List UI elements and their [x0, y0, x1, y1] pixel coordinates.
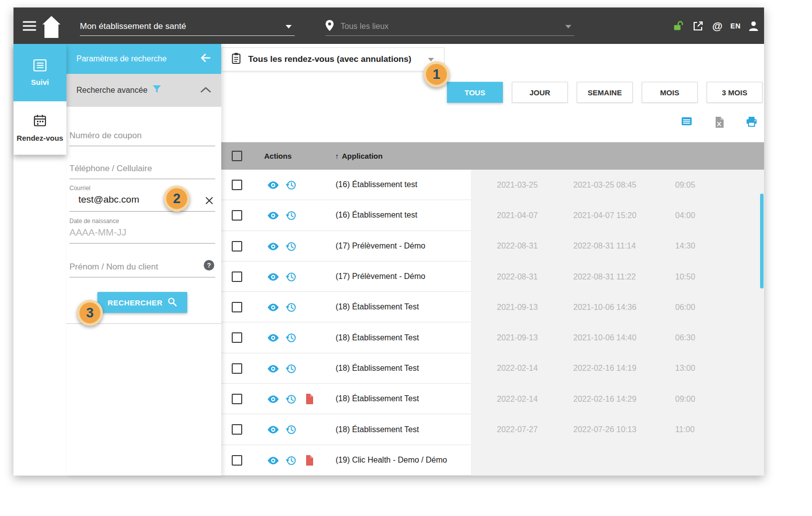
row-checkbox[interactable]: [232, 210, 242, 221]
nav-item-suivi[interactable]: Suivi: [13, 44, 66, 101]
row-checkbox[interactable]: [232, 332, 242, 343]
excel-export-icon[interactable]: [715, 117, 724, 130]
view-appointment-icon[interactable]: [267, 395, 279, 405]
history-icon[interactable]: [286, 332, 297, 345]
help-icon[interactable]: ?: [204, 260, 214, 270]
birthdate-field: Date de naissance: [69, 218, 215, 244]
select-all-checkbox[interactable]: [232, 151, 242, 161]
cell-duration: 04:00: [675, 211, 695, 220]
view-appointment-icon[interactable]: [267, 426, 279, 436]
view-appointment-icon[interactable]: [267, 273, 279, 283]
print-icon[interactable]: [746, 117, 757, 130]
row-checkbox[interactable]: [232, 241, 242, 252]
range-button-jour[interactable]: JOUR: [512, 82, 568, 103]
cell-duration: 06:00: [675, 303, 695, 312]
clear-email-icon[interactable]: [204, 196, 214, 208]
user-account-icon[interactable]: [747, 19, 760, 32]
history-icon[interactable]: [286, 302, 297, 315]
birthdate-label: Date de naissance: [69, 218, 215, 225]
language-toggle[interactable]: EN: [731, 22, 741, 30]
range-button-mois[interactable]: MOIS: [642, 82, 698, 103]
search-button[interactable]: RECHERCHER: [97, 292, 187, 313]
history-icon[interactable]: [286, 180, 297, 193]
overlay-row: 2022-08-31 2022-08-31 11:22 10:50: [471, 261, 764, 292]
establishment-select[interactable]: Mon établissement de santé: [80, 17, 295, 36]
history-icon[interactable]: [286, 455, 297, 468]
coupon-input[interactable]: [69, 131, 215, 146]
column-header-application[interactable]: ↑Application: [335, 142, 383, 170]
view-appointment-icon[interactable]: [267, 181, 279, 191]
cell-date: 2021-09-13: [497, 303, 538, 312]
chevron-down-icon: [565, 25, 571, 28]
appointment-type-select[interactable]: Tous les rendez-vous (avec annulations): [222, 47, 444, 71]
overlay-rows: 2021-03-25 2021-03-25 08:45 09:05 2021-0…: [471, 170, 764, 476]
history-icon[interactable]: [286, 271, 297, 284]
collapse-back-arrow-icon[interactable]: [199, 52, 211, 66]
external-link-icon[interactable]: [692, 19, 705, 32]
view-appointment-icon[interactable]: [267, 365, 279, 375]
location-select-value: Tous les lieux: [341, 22, 389, 31]
range-button-semaine[interactable]: SEMAINE: [577, 82, 633, 103]
application-label: (19) Clic Health - Demo / Démo: [336, 456, 447, 465]
advanced-search-toggle[interactable]: Recherche avancée: [66, 74, 221, 107]
cell-duration: 06:30: [675, 333, 695, 342]
search-button-label: RECHERCHER: [108, 298, 163, 307]
row-checkbox[interactable]: [232, 455, 242, 466]
overlay-row: 2021-04-07 2021-04-07 15:20 04:00: [471, 200, 764, 231]
row-checkbox[interactable]: [232, 363, 242, 374]
application-label: (18) Établissement Test: [336, 364, 419, 373]
cell-datetime: 2022-02-16 14:29: [573, 395, 636, 404]
history-icon[interactable]: [286, 424, 297, 437]
search-magnifier-icon: [167, 297, 177, 308]
list-view-icon[interactable]: [681, 117, 692, 130]
nav-item-rendez-vous[interactable]: Rendez-vous: [13, 101, 66, 155]
phone-input[interactable]: [69, 164, 215, 179]
overlay-row: 2021-09-13 2021-10-06 14:40 06:30: [471, 322, 764, 353]
row-checkbox[interactable]: [232, 180, 242, 190]
range-filter-group: TOUS JOUR SEMAINE MOIS 3 MOIS: [447, 82, 763, 103]
vertical-scrollbar-thumb[interactable]: [760, 194, 764, 288]
row-checkbox[interactable]: [232, 394, 242, 404]
view-appointment-icon[interactable]: [267, 457, 279, 467]
document-icon[interactable]: [305, 455, 314, 468]
row-checkbox[interactable]: [232, 424, 242, 435]
annotation-step-2: 2: [164, 186, 190, 212]
email-input[interactable]: [69, 194, 215, 212]
birthdate-input[interactable]: [69, 227, 215, 244]
history-icon[interactable]: [286, 241, 297, 254]
overlay-row: [471, 445, 764, 476]
topbar-actions: @ EN: [672, 7, 760, 44]
chevron-down-icon: [428, 58, 434, 61]
document-icon[interactable]: [305, 394, 314, 406]
history-icon[interactable]: [286, 210, 297, 223]
overlay-row: 2022-02-14 2022-02-16 14:19 13:00: [471, 353, 764, 384]
range-button-tous[interactable]: TOUS: [447, 82, 503, 103]
view-appointment-icon[interactable]: [267, 243, 279, 253]
row-checkbox[interactable]: [232, 302, 242, 312]
email-at-icon[interactable]: @: [711, 19, 724, 32]
cell-datetime: 2022-08-31 11:14: [573, 242, 636, 251]
history-icon[interactable]: [286, 394, 297, 407]
row-checkbox[interactable]: [232, 271, 242, 282]
chevron-up-icon[interactable]: [200, 86, 211, 95]
location-select[interactable]: Tous les lieux: [326, 17, 574, 36]
phone-field: [69, 164, 215, 179]
cell-date: 2022-02-14: [497, 364, 538, 373]
unlock-icon[interactable]: [672, 19, 685, 32]
view-appointment-icon[interactable]: [267, 334, 279, 344]
history-icon[interactable]: [286, 363, 297, 376]
view-appointment-icon[interactable]: [267, 303, 279, 313]
cell-date: 2021-03-25: [497, 181, 538, 190]
nav-item-label: Suivi: [31, 78, 49, 86]
cell-duration: 10:50: [675, 272, 695, 281]
main-content: Tous les rendez-vous (avec annulations) …: [221, 44, 764, 476]
view-appointment-icon[interactable]: [267, 212, 279, 222]
chevron-down-icon: [286, 25, 292, 28]
home-icon[interactable]: [42, 15, 60, 40]
client-name-input[interactable]: [69, 262, 215, 277]
search-panel: Paramètres de recherche Recherche avancé…: [66, 44, 221, 476]
application-label: (16) Établissement test: [336, 180, 417, 189]
hamburger-menu-icon[interactable]: [22, 19, 36, 32]
appointment-type-value: Tous les rendez-vous (avec annulations): [248, 54, 411, 64]
range-button-3mois[interactable]: 3 MOIS: [707, 82, 763, 103]
